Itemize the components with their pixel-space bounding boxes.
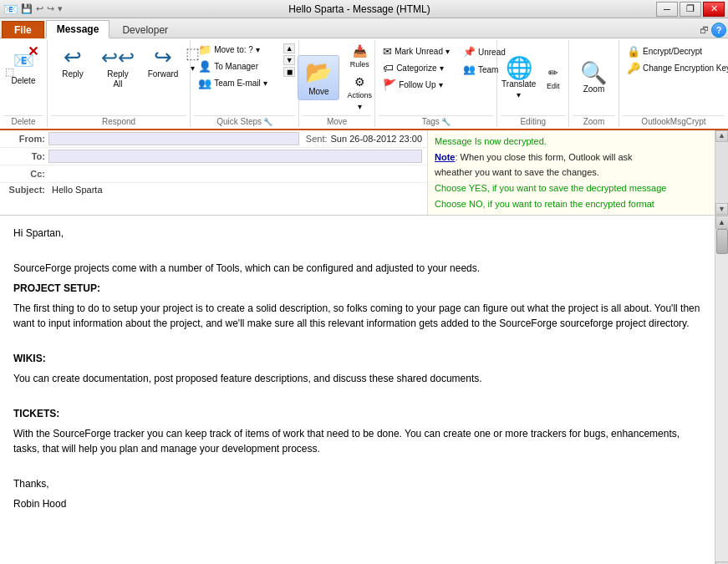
subject-value: Hello Sparta [52, 185, 422, 195]
ribbon-group-editing: 🌐 Translate ▾ ✏ Edit Editing [497, 40, 569, 127]
tags-expand-icon[interactable]: 🔧 [441, 118, 451, 126]
move-actions-btn[interactable]: ⚙ Actions ▾ [343, 73, 376, 114]
notif-scroll-down[interactable]: ▼ [715, 203, 728, 215]
body-section3-title: TICKETS: [13, 406, 701, 421]
zoom-button[interactable]: 🔍 Zoom [575, 58, 612, 98]
header-fields: From: Sent: Sun 26-08-2012 23:00 To: Cc:… [0, 130, 427, 215]
notification-line1: Message Is now decrypted. [435, 134, 721, 150]
qs-scroll-up[interactable]: ▲ [283, 43, 295, 53]
quick-steps-group-label: Quick Steps 🔧 [194, 115, 295, 127]
notification-scroll: ▲ ▼ [715, 130, 728, 215]
scroll-thumb[interactable] [716, 229, 728, 254]
delete-button[interactable]: 📧 ✕ ⬚ Delete [3, 42, 43, 89]
scroll-track [715, 229, 728, 561]
move-group-label: Move [303, 115, 371, 127]
message-body: Hi Spartan, SourceForge projects come wi… [0, 216, 715, 564]
body-section2-title: WIKIS: [13, 351, 701, 366]
from-value [48, 132, 299, 145]
ribbon-restore-button[interactable]: 🗗 [696, 23, 711, 38]
qat-save[interactable]: 💾 [21, 3, 33, 14]
message-header-area: From: Sent: Sun 26-08-2012 23:00 To: Cc:… [0, 130, 728, 216]
tab-developer[interactable]: Developer [111, 21, 179, 38]
note-keyword: Note [435, 152, 455, 162]
delete-group-label: Delete [3, 115, 43, 127]
title-bar: 📧 💾 ↩ ↪ ▾ Hello Sparta - Message (HTML) … [0, 0, 728, 18]
to-value [48, 150, 422, 163]
crypt-group-label: OutlookMsgCrypt [623, 115, 725, 127]
editing-group-label: Editing [501, 115, 565, 127]
message-body-container: Hi Spartan, SourceForge projects come wi… [0, 216, 728, 564]
body-section1-title: PROJECT SETUP: [13, 281, 701, 296]
notification-line4: Choose YES, if you want to save the decr… [435, 180, 721, 196]
edit-message-btn[interactable]: ✏ Edit [541, 64, 566, 93]
ribbon-group-zoom: 🔍 Zoom Zoom [569, 40, 619, 127]
app-icon: 📧 [3, 3, 18, 16]
ribbon-group-tags: ✉ Mark Unread ▾ 🏷 Categorize ▾ 🚩 Follow … [375, 40, 497, 127]
tab-message[interactable]: Message [46, 20, 110, 38]
quick-steps-expand-icon[interactable]: 🔧 [263, 118, 272, 126]
follow-up-button[interactable]: 🚩 Follow Up ▾ [379, 77, 454, 93]
qs-move-to[interactable]: 📁 Move to: ? ▾ [194, 42, 282, 58]
categorize-button[interactable]: 🏷 Categorize ▾ [379, 60, 454, 76]
notif-scroll-up[interactable]: ▲ [715, 130, 728, 142]
notification-line2-post: : When you close this form, Outlook will… [455, 152, 632, 162]
ribbon-group-respond: ↩ Reply ↩↩ Reply All ↪ Forward [48, 40, 191, 127]
zoom-group-label: Zoom [573, 115, 615, 127]
qs-to-manager[interactable]: 👤 To Manager [194, 58, 282, 74]
ribbon-tabs: File Message Developer 🗗 ? [0, 18, 728, 38]
move-to-folder-btn[interactable]: 📥 Rules [343, 42, 376, 71]
ribbon: 📧 ✕ ⬚ Delete Delete ↩ Reply [0, 38, 728, 130]
notification-line2: Note: When you close this form, Outlook … [435, 150, 721, 165]
qs-team-email[interactable]: 👥 Team E-mail ▾ [194, 75, 282, 91]
encrypt-decrypt-button[interactable]: 🔒 Encrypt/Decrypt [623, 43, 728, 59]
tab-file[interactable]: File [2, 21, 44, 38]
ribbon-group-move: 📂 Move 📥 Rules ⚙ Actions ▾ Move [299, 40, 375, 127]
forward-button[interactable]: ↪ Forward [141, 42, 185, 83]
cc-label: Cc: [5, 169, 45, 179]
ribbon-group-crypt: 🔒 Encrypt/Decrypt 🔑 Change Encryption Ke… [619, 40, 728, 127]
window-controls: ─ ❐ ✕ [656, 2, 725, 17]
from-label: From: [5, 134, 45, 144]
mark-unread-button[interactable]: ✉ Mark Unread ▾ [379, 43, 454, 59]
change-key-button[interactable]: 🔑 Change Encryption Key [623, 60, 728, 76]
window-title: Hello Sparta - Message (HTML) [63, 3, 656, 15]
sent-label: Sent: [306, 134, 328, 144]
sent-value: Sun 26-08-2012 23:00 [331, 134, 422, 144]
cc-value [48, 167, 422, 180]
translate-button[interactable]: 🌐 Translate ▾ [501, 53, 537, 103]
qat-undo[interactable]: ↩ [36, 3, 43, 14]
reply-all-button[interactable]: ↩↩ Reply All [96, 42, 140, 93]
minimize-button[interactable]: ─ [656, 2, 678, 17]
to-label: To: [5, 151, 45, 161]
notification-line3: wheather you want to save the changes. [435, 165, 721, 180]
qat-redo[interactable]: ↪ [47, 3, 54, 14]
ribbon-group-delete: 📧 ✕ ⬚ Delete Delete [0, 40, 48, 127]
scroll-up-button[interactable]: ▲ [715, 216, 729, 229]
body-signature: Robin Hood [13, 496, 701, 511]
qs-scroll-down[interactable]: ▼ [283, 55, 295, 65]
body-scrollbar: ▲ ▼ [715, 216, 728, 564]
body-section1-text: The first thing to do to setup your proj… [13, 301, 701, 331]
body-closing: Thanks, [13, 476, 701, 491]
notification-panel: Message Is now decrypted. Note: When you… [427, 130, 728, 215]
restore-button[interactable]: ❐ [680, 2, 701, 17]
subject-label: Subject: [5, 185, 45, 195]
close-button[interactable]: ✕ [703, 2, 725, 17]
tags-group-label: Tags 🔧 [379, 115, 493, 127]
reply-button[interactable]: ↩ Reply [51, 42, 94, 83]
body-para1: SourceForge projects come with a number … [13, 261, 701, 276]
body-section2-text: You can create documentation, post propo… [13, 371, 701, 386]
ribbon-group-quick-steps: 📁 Move to: ? ▾ 👤 To Manager 👥 Team E-mai… [191, 40, 299, 127]
title-bar-left: 📧 💾 ↩ ↪ ▾ [3, 3, 63, 16]
help-button[interactable]: ? [711, 23, 726, 38]
move-button[interactable]: 📂 Move [298, 55, 339, 100]
body-greeting: Hi Spartan, [13, 226, 701, 241]
body-section3-text: With the SourceForge tracker you can kee… [13, 426, 701, 456]
qs-expand[interactable]: ◼ [283, 67, 295, 77]
notification-line5: Choose NO, if you want to retain the enc… [435, 196, 721, 212]
respond-group-label: Respond [51, 115, 186, 127]
